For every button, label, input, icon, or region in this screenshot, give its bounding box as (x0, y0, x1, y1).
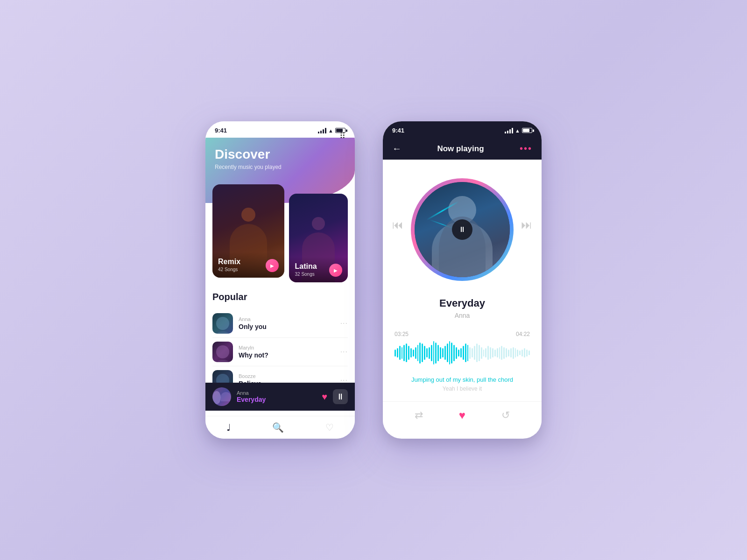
more-options-button[interactable]: ••• (520, 143, 532, 154)
song-item-why-not[interactable]: Maryln Why not? ··· (212, 338, 348, 366)
song-artist-maryln: Maryln (239, 345, 335, 350)
pause-play-button[interactable]: ⏸ (452, 219, 472, 240)
nav-favorites-icon[interactable]: ♡ (325, 422, 334, 433)
status-bar-phone2: 9:41 ▲ (383, 121, 542, 138)
total-time: 04:22 (516, 331, 530, 337)
header-dots-button[interactable]: ⠿ (339, 131, 345, 141)
waveform[interactable] (395, 341, 530, 364)
latina-card[interactable]: Latina 32 Songs ▶ (289, 194, 348, 282)
wave-bar (422, 343, 423, 362)
wave-bar (526, 350, 528, 357)
song-artist-anna: Anna (239, 316, 335, 322)
wave-bar (444, 346, 446, 360)
wave-bar (419, 343, 421, 364)
np-page-title: Now playing (437, 144, 484, 154)
wave-bar (440, 347, 441, 359)
np-info: Anna Everyday (237, 390, 316, 403)
wave-bar (492, 348, 493, 357)
nav-search-icon[interactable]: 🔍 (272, 422, 284, 433)
wave-bar (424, 346, 425, 360)
song-thumb-anna (212, 313, 233, 334)
status-icons-phone2: ▲ (505, 128, 532, 133)
wave-bar (506, 348, 507, 357)
np-bar-artist: Anna (237, 390, 316, 396)
album-art: ⏸ (411, 178, 514, 281)
wave-bar (447, 343, 448, 362)
wave-bar (453, 345, 455, 361)
remix-card[interactable]: Remix 42 Songs ▶ (212, 184, 284, 278)
wave-bar (497, 348, 498, 357)
wave-bar (429, 347, 430, 359)
music-cards: Remix 42 Songs ▶ Latina 32 Songs ▶ (205, 184, 355, 282)
wave-bar (465, 343, 466, 362)
wave-bar (408, 346, 409, 360)
wave-bar (479, 345, 480, 361)
back-button[interactable]: ← (392, 143, 402, 154)
popular-title: Popular (212, 292, 348, 302)
repeat-button[interactable]: ↺ (501, 409, 510, 421)
wave-bar (487, 346, 489, 360)
next-track-button[interactable]: ⏭ (521, 218, 532, 231)
song-thumb-maryln (212, 342, 233, 362)
discover-subtitle: Recently music you played (215, 164, 345, 170)
wave-bar (417, 345, 419, 361)
latina-play-button[interactable]: ▶ (329, 264, 342, 277)
wave-bar (435, 343, 437, 364)
np-page-header: ← Now playing ••• (383, 138, 542, 160)
wave-bar (426, 348, 428, 357)
song-info-anna: Anna Only you (239, 316, 335, 330)
lyrics-section: Jumping out of my skin, pull the chord Y… (383, 371, 542, 401)
song-info-maryln: Maryln Why not? (239, 345, 335, 359)
wave-bar (467, 345, 469, 361)
np-pause-button[interactable]: ⏸ (333, 389, 348, 404)
song-details: Everyday Anna (383, 290, 542, 324)
player-content: ⏮ ⏸ (383, 160, 542, 434)
popular-section: Popular Anna Only you ··· (205, 282, 355, 399)
song-item-only-you[interactable]: Anna Only you ··· (212, 309, 348, 338)
song-title-why-not: Why not? (239, 351, 335, 359)
wave-bar (451, 343, 452, 364)
now-playing-bar[interactable]: Anna Everyday ♥ ⏸ (205, 383, 355, 411)
wave-bar (476, 343, 478, 362)
np-heart-button[interactable]: ♥ (322, 392, 327, 402)
song-more-dots-2[interactable]: ··· (340, 348, 348, 356)
time-phone2: 9:41 (392, 127, 404, 134)
wave-bar (483, 350, 485, 357)
player-controls: ⇄ ♥ ↺ (383, 401, 542, 434)
wave-bar (397, 348, 398, 357)
wave-bar (431, 345, 432, 361)
phone-discover: 9:41 ▲ Discover Recently music you playe… (205, 121, 355, 439)
np-bar-title: Everyday (237, 396, 316, 403)
wave-bar (508, 350, 509, 357)
wave-bar (456, 347, 457, 359)
progress-section: 03:25 04:22 (383, 324, 542, 371)
wave-bar (472, 348, 473, 357)
shuffle-button[interactable]: ⇄ (415, 409, 423, 421)
wave-bar (442, 348, 444, 357)
song-more-dots-1[interactable]: ··· (340, 319, 348, 328)
wave-bar (406, 343, 407, 362)
favorite-button[interactable]: ♥ (459, 409, 465, 422)
wave-bar (519, 350, 521, 355)
lyrics-line-1: Jumping out of my skin, pull the chord (392, 376, 532, 383)
wifi-icon: ▲ (328, 128, 333, 133)
wave-bar (403, 345, 405, 361)
song-artist-boozze: Boozze (239, 373, 335, 379)
wave-bar (415, 347, 416, 359)
wave-bar (501, 346, 502, 360)
album-art-container: ⏮ ⏸ (383, 160, 542, 290)
discover-title: Discover (215, 147, 345, 162)
nav-music-icon[interactable]: ♩ (226, 422, 231, 433)
wave-bar (510, 348, 512, 357)
song-title-only-you: Only you (239, 323, 335, 330)
wave-bar (449, 341, 451, 364)
wave-bar (481, 347, 482, 359)
wave-bar (460, 348, 462, 357)
wave-bar (463, 346, 464, 360)
song-name-label: Everyday (392, 297, 532, 309)
lyrics-line-2: Yeah I believe it (392, 385, 532, 392)
prev-track-button[interactable]: ⏮ (392, 218, 403, 231)
status-bar-phone1: 9:41 ▲ (205, 121, 355, 138)
progress-times: 03:25 04:22 (395, 331, 530, 337)
wave-bar (503, 347, 505, 359)
